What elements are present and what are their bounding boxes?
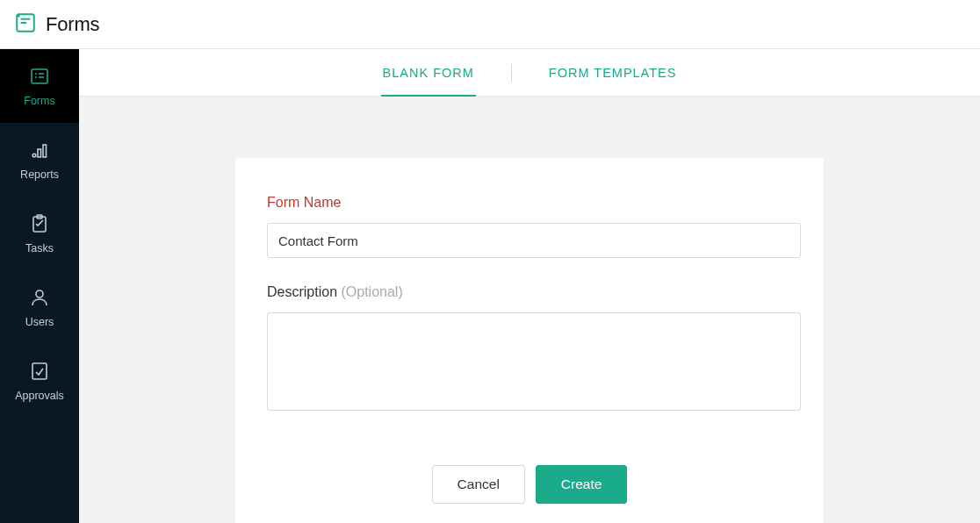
- form-desc-input[interactable]: [267, 312, 801, 411]
- svg-rect-9: [38, 149, 41, 157]
- svg-rect-10: [43, 145, 47, 157]
- app-logo: Forms: [14, 11, 99, 38]
- svg-rect-3: [32, 69, 47, 83]
- sidebar-item-reports[interactable]: Reports: [0, 123, 79, 197]
- form-name-input[interactable]: [267, 223, 801, 258]
- svg-rect-14: [32, 363, 47, 379]
- button-row: Cancel Create: [267, 465, 792, 504]
- tab-label: FORM TEMPLATES: [549, 66, 677, 80]
- chart-icon: [28, 139, 51, 161]
- sidebar-item-label: Tasks: [25, 242, 54, 254]
- form-desc-group: Description (Optional): [267, 284, 792, 414]
- svg-point-8: [32, 154, 36, 157]
- sidebar-item-label: Forms: [24, 95, 54, 107]
- tab-divider: [511, 64, 512, 82]
- sidebar-item-tasks[interactable]: Tasks: [0, 197, 79, 270]
- sidebar-item-approvals[interactable]: Approvals: [0, 344, 79, 418]
- create-button[interactable]: Create: [536, 465, 628, 504]
- main-content: BLANK FORM FORM TEMPLATES Form Name Desc…: [79, 49, 980, 523]
- svg-point-13: [36, 290, 43, 297]
- tab-form-templates[interactable]: FORM TEMPLATES: [547, 49, 679, 97]
- form-desc-label-text: Description: [267, 284, 341, 299]
- sidebar-item-forms[interactable]: Forms: [0, 49, 79, 123]
- tab-bar: BLANK FORM FORM TEMPLATES: [79, 49, 980, 97]
- app-title: Forms: [46, 13, 99, 36]
- form-name-label: Form Name: [267, 195, 792, 211]
- sidebar-item-label: Approvals: [15, 390, 64, 402]
- app-header: Forms: [0, 0, 980, 49]
- cancel-button[interactable]: Cancel: [432, 465, 525, 504]
- sidebar-item-label: Users: [25, 316, 54, 328]
- form-desc-label: Description (Optional): [267, 284, 792, 300]
- sidebar-item-users[interactable]: Users: [0, 270, 79, 344]
- tab-blank-form[interactable]: BLANK FORM: [381, 49, 476, 97]
- sidebar: Forms Reports Tasks: [0, 49, 79, 523]
- content-area: Form Name Description (Optional) Cancel …: [79, 97, 980, 523]
- user-icon: [28, 286, 51, 309]
- tab-label: BLANK FORM: [383, 66, 474, 80]
- forms-logo-icon: [14, 11, 37, 38]
- form-desc-optional: (Optional): [341, 284, 402, 299]
- sidebar-item-label: Reports: [20, 168, 59, 181]
- form-icon: [28, 65, 51, 88]
- clipboard-icon: [28, 212, 51, 235]
- form-card: Form Name Description (Optional) Cancel …: [235, 158, 824, 523]
- form-name-group: Form Name: [267, 195, 792, 258]
- approval-icon: [28, 360, 51, 383]
